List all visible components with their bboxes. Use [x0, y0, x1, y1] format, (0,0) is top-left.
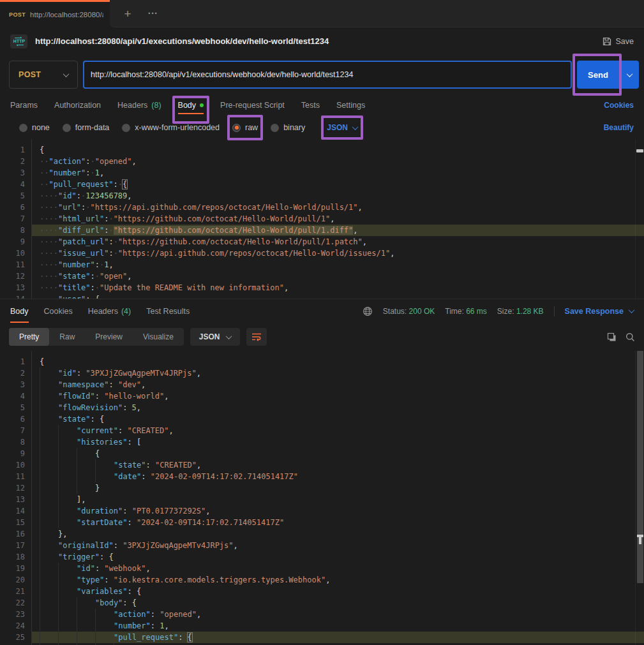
view-tab-visualize[interactable]: Visualize: [133, 328, 184, 346]
tab-body[interactable]: Body: [178, 94, 204, 116]
code-line[interactable]: "flowId": "hello-world",: [32, 390, 644, 402]
tab-count: (8): [151, 101, 161, 110]
indent-guide: [58, 574, 77, 586]
code-line[interactable]: ··"action":·"opened",: [32, 156, 644, 167]
code-line[interactable]: "number": 1,: [32, 620, 644, 632]
json-string: "3PXJjZGwqAgpeMTv4JRPjs": [123, 541, 233, 550]
code-line[interactable]: "type": "io.kestra.core.models.triggers.…: [32, 574, 644, 586]
response-language-select[interactable]: JSON: [190, 328, 240, 346]
code-line[interactable]: ··"number":·1,: [32, 167, 644, 179]
code-line[interactable]: ····"url":·"https://api.github.com/repos…: [32, 202, 644, 213]
save-response-button[interactable]: Save Response: [565, 307, 634, 316]
code-line[interactable]: ····"id":·123456789,: [32, 190, 644, 202]
code-line[interactable]: "duration": "PT0.017737292S",: [32, 505, 644, 517]
code-line[interactable]: "flowRevision": 5,: [32, 402, 644, 413]
json-key: "id": [58, 369, 77, 378]
cookies-link[interactable]: Cookies: [604, 101, 634, 110]
code-line[interactable]: ····"diff_url":·"https://github.com/octo…: [32, 225, 644, 236]
response-tab-label: Test Results: [146, 307, 190, 316]
indent-guide: [58, 632, 77, 643]
code-line[interactable]: "trigger": {: [32, 551, 644, 563]
scrollbar-thumb[interactable]: [637, 351, 643, 583]
response-tab-test-results[interactable]: Test Results: [146, 299, 190, 323]
code-line[interactable]: }: [32, 482, 644, 494]
tab-tests[interactable]: Tests: [301, 94, 320, 116]
view-tab-raw[interactable]: Raw: [49, 328, 85, 346]
radio-icon: [271, 124, 279, 132]
search-icon[interactable]: [625, 332, 635, 342]
view-tab-pretty[interactable]: Pretty: [9, 328, 49, 346]
tab-headers[interactable]: Headers(8): [117, 94, 161, 116]
code-line[interactable]: {: [32, 356, 644, 367]
request-body-editor[interactable]: 1234567891011121314 {··"action":·"opened…: [0, 139, 644, 299]
whitespace-dots: ·: [91, 295, 95, 299]
code-line[interactable]: },: [32, 528, 644, 540]
code-line[interactable]: ],: [32, 494, 644, 505]
tab-settings[interactable]: Settings: [336, 94, 365, 116]
body-mode-x-www-form-urlencoded[interactable]: x-www-form-urlencoded: [122, 123, 220, 132]
code-line[interactable]: "id": "3PXJjZGwqAgpeMTv4JRPjs",: [32, 367, 644, 379]
url-input[interactable]: [83, 61, 572, 89]
indent-guide: [40, 436, 58, 448]
code-line[interactable]: ····"number":·1,: [32, 259, 644, 271]
send-button[interactable]: Send: [577, 61, 619, 89]
code-line[interactable]: ····"html_url":·"https://github.com/octo…: [32, 213, 644, 225]
code-line[interactable]: "histories": [: [32, 436, 644, 448]
body-mode-raw[interactable]: raw: [232, 123, 258, 132]
request-tab[interactable]: POST http://localhost:28080/a: [0, 0, 110, 27]
code-line[interactable]: "startDate": "2024-02-09T14:17:02.714051…: [32, 517, 644, 528]
send-options-button[interactable]: [620, 61, 639, 89]
body-language-select[interactable]: JSON: [327, 123, 357, 132]
code-line[interactable]: "originalId": "3PXJjZGwqAgpeMTv4JRPjs",: [32, 540, 644, 551]
indent-guide: [40, 574, 58, 586]
body-mode-none[interactable]: none: [19, 123, 50, 132]
save-button[interactable]: Save: [603, 37, 634, 46]
code-line[interactable]: ····"user":·{: [32, 293, 644, 299]
tab-authorization[interactable]: Authorization: [54, 94, 101, 116]
indent-guide: [40, 517, 58, 528]
tab-pre-request-script[interactable]: Pre-request Script: [220, 94, 285, 116]
new-tab-button[interactable]: +: [117, 4, 138, 23]
code-line[interactable]: "body": {: [32, 597, 644, 609]
body-mode-form-data[interactable]: form-data: [63, 123, 110, 132]
code-line[interactable]: "id": "webhook",: [32, 563, 644, 574]
response-body-editor[interactable]: 1234567891011121314151617181920212223242…: [0, 351, 644, 645]
code-line[interactable]: "action": "opened",: [32, 609, 644, 620]
request-editor-scrollbar[interactable]: [635, 139, 644, 299]
beautify-link[interactable]: Beautify: [604, 123, 634, 132]
wrap-lines-button[interactable]: [246, 328, 267, 346]
code-line[interactable]: ····"patch_url":·"https://github.com/oct…: [32, 236, 644, 248]
response-tab-headers[interactable]: Headers(4): [88, 299, 131, 323]
code-line[interactable]: ····"state":·"open",: [32, 271, 644, 282]
json-key: "type": [77, 575, 104, 584]
code-line[interactable]: ····"issue_url":·"https://api.github.com…: [32, 248, 644, 259]
whitespace-dots: ··: [40, 180, 49, 189]
json-key: "id": [58, 191, 77, 200]
code-line[interactable]: ····"title":·"Update the README with new…: [32, 282, 644, 293]
code-line[interactable]: {: [32, 448, 644, 459]
code-line[interactable]: "state": "CREATED",: [32, 459, 644, 471]
view-tab-preview[interactable]: Preview: [85, 328, 133, 346]
indent-guide: [58, 448, 77, 459]
response-editor-code[interactable]: {"id": "3PXJjZGwqAgpeMTv4JRPjs","namespa…: [32, 351, 644, 645]
request-editor-code[interactable]: {··"action":·"opened",··"number":·1,··"p…: [32, 139, 644, 299]
more-tabs-button[interactable]: •••: [143, 4, 163, 23]
chevron-down-icon: [629, 307, 635, 313]
code-line[interactable]: {: [32, 144, 644, 156]
code-line[interactable]: ··"pull_request":·{: [32, 179, 644, 190]
body-mode-binary[interactable]: binary: [271, 123, 305, 132]
active-tab-underline: [10, 322, 29, 323]
code-line[interactable]: "pull_request": {: [32, 632, 644, 643]
method-select[interactable]: POST: [9, 61, 78, 89]
response-editor-scrollbar[interactable]: [635, 351, 644, 645]
response-tab-cookies[interactable]: Cookies: [44, 299, 73, 323]
response-tab-body[interactable]: Body: [10, 299, 29, 323]
code-line[interactable]: "current": "CREATED",: [32, 425, 644, 436]
code-line[interactable]: "namespace": "dev",: [32, 379, 644, 390]
code-line[interactable]: "date": "2024-02-09T14:17:02.714051417Z": [32, 471, 644, 482]
json-string: "open": [100, 272, 127, 281]
code-line[interactable]: "state": {: [32, 413, 644, 425]
tab-params[interactable]: Params: [10, 94, 38, 116]
copy-icon[interactable]: [607, 332, 617, 342]
code-line[interactable]: "variables": {: [32, 586, 644, 597]
